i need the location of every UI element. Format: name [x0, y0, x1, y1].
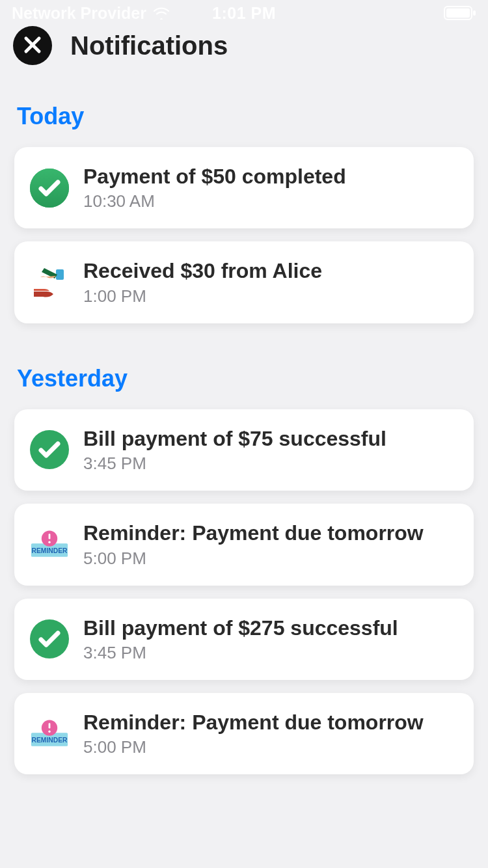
status-time: 1:01 PM	[212, 4, 276, 23]
notification-time: 3:45 PM	[83, 643, 398, 663]
notification-card[interactable]: Bill payment of $275 successful 3:45 PM	[14, 599, 474, 680]
section-title: Yesterday	[14, 365, 474, 392]
svg-rect-12	[49, 534, 51, 539]
page-title: Notifications	[70, 31, 228, 61]
notifications-content: Today Payment of $50 completed 10:30 AM	[0, 103, 488, 774]
notification-time: 5:00 PM	[83, 549, 424, 569]
notification-title: Bill payment of $75 successful	[83, 426, 386, 451]
notification-title: Payment of $50 completed	[83, 164, 346, 189]
notification-card[interactable]: REMINDER Reminder: Payment due tomorrow …	[14, 693, 474, 774]
svg-text:REMINDER: REMINDER	[32, 547, 68, 554]
notification-text: Reminder: Payment due tomorrow 5:00 PM	[83, 710, 424, 757]
status-bar: Network Provider 1:01 PM	[0, 0, 488, 26]
carrier-label: Network Provider	[12, 4, 146, 23]
notification-text: Bill payment of $275 successful 3:45 PM	[83, 616, 398, 663]
notification-text: Payment of $50 completed 10:30 AM	[83, 164, 346, 211]
check-icon	[30, 619, 69, 658]
notification-title: Reminder: Payment due tomorrow	[83, 710, 424, 735]
section-title: Today	[14, 103, 474, 130]
wifi-icon	[153, 7, 170, 20]
status-right	[444, 6, 476, 20]
notification-card[interactable]: Received $30 from Alice 1:00 PM	[14, 241, 474, 323]
svg-point-13	[48, 541, 50, 543]
reminder-icon: REMINDER	[30, 525, 69, 564]
status-left: Network Provider	[12, 4, 170, 23]
notification-card[interactable]: REMINDER Reminder: Payment due tomorrow …	[14, 504, 474, 585]
svg-rect-18	[49, 723, 51, 728]
notification-title: Bill payment of $275 successful	[83, 616, 398, 640]
close-icon	[23, 35, 42, 57]
battery-icon	[444, 6, 476, 20]
notification-text: Bill payment of $75 successful 3:45 PM	[83, 426, 386, 474]
check-icon	[30, 169, 69, 208]
svg-point-19	[48, 730, 50, 732]
receive-money-icon	[30, 263, 69, 302]
svg-rect-2	[473, 10, 476, 16]
notification-time: 1:00 PM	[83, 286, 322, 306]
notification-title: Reminder: Payment due tomorrow	[83, 521, 424, 545]
section-yesterday: Yesterday Bill payment of $75 successful…	[14, 365, 474, 775]
notification-card[interactable]: Bill payment of $75 successful 3:45 PM	[14, 409, 474, 491]
notification-time: 3:45 PM	[83, 454, 386, 474]
section-today: Today Payment of $50 completed 10:30 AM	[14, 103, 474, 323]
notification-time: 5:00 PM	[83, 737, 424, 757]
close-button[interactable]	[13, 26, 52, 65]
notification-time: 10:30 AM	[83, 191, 346, 211]
svg-rect-1	[446, 8, 470, 18]
notification-text: Reminder: Payment due tomorrow 5:00 PM	[83, 521, 424, 568]
notification-text: Received $30 from Alice 1:00 PM	[83, 258, 322, 306]
svg-text:REMINDER: REMINDER	[32, 737, 68, 744]
notification-card[interactable]: Payment of $50 completed 10:30 AM	[14, 147, 474, 228]
notification-title: Received $30 from Alice	[83, 258, 322, 283]
check-icon	[30, 430, 69, 469]
reminder-icon: REMINDER	[30, 714, 69, 753]
